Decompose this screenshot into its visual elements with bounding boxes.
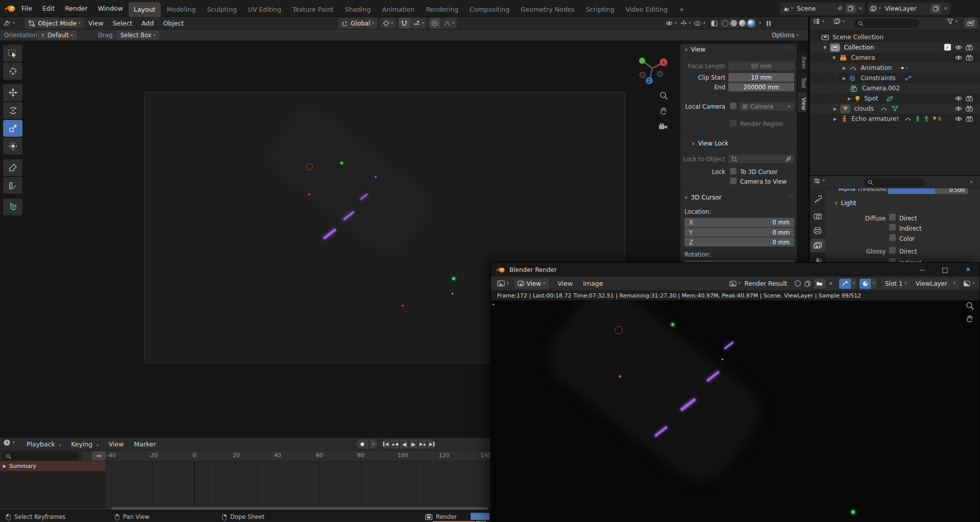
fake-user-shield-icon[interactable] xyxy=(795,280,801,287)
tab-layout[interactable]: Layout xyxy=(129,2,161,17)
shading-material-icon[interactable] xyxy=(739,20,746,27)
drag-mode-dropdown[interactable]: Select Box ▾ xyxy=(116,31,159,40)
mode-selector[interactable]: Object Mode ▾ xyxy=(24,18,85,29)
tool-move[interactable] xyxy=(3,84,22,101)
image-display-mode-dropdown[interactable]: View ▾ xyxy=(514,279,549,289)
outliner-row-clouds[interactable]: ▶ clouds xyxy=(810,104,980,114)
jump-to-end-button[interactable]: ▶ xyxy=(428,439,436,449)
tool-properties-tab[interactable] xyxy=(814,195,822,204)
next-keyframe-button[interactable]: ▶◆ xyxy=(419,439,427,449)
new-image-icon[interactable] xyxy=(804,281,811,287)
show-overlays-dropdown[interactable]: ▾ xyxy=(693,20,706,27)
menu-object[interactable]: Object xyxy=(158,19,188,27)
menu-timeline-view[interactable]: View xyxy=(104,440,129,448)
play-button[interactable]: ▶ xyxy=(409,439,418,449)
diffuse-direct-checkbox[interactable] xyxy=(889,214,896,220)
auto-keying-button[interactable]: ● xyxy=(356,439,369,449)
focal-length-field[interactable]: 50 mm xyxy=(728,62,794,70)
menu-keying[interactable]: Keying ▾ xyxy=(66,440,104,448)
menu-playback[interactable]: Playback ▾ xyxy=(21,440,66,448)
tab-video-editing[interactable]: Video Editing xyxy=(620,6,673,13)
keyframe-grid[interactable] xyxy=(106,461,491,508)
render-viewlayer-dropdown[interactable]: ViewLayer ▾ xyxy=(912,279,960,289)
camera-to-view-checkbox[interactable] xyxy=(730,178,737,184)
camera-restrict-icon[interactable] xyxy=(966,95,973,102)
tab-shading[interactable]: Shading xyxy=(340,6,376,13)
outliner-filter-button[interactable]: ▾ xyxy=(947,18,958,24)
expand-icon[interactable]: ▶ xyxy=(834,107,837,111)
chevron-down-icon[interactable]: ▾ xyxy=(879,7,881,10)
outliner-row-scene-collection[interactable]: Scene Collection xyxy=(810,32,980,42)
outliner-row-echo-armature[interactable]: ▶ Echo armature! 8: xyxy=(810,114,980,124)
sidebar-tab-tool[interactable]: Tool xyxy=(798,72,807,91)
menu-view[interactable]: View xyxy=(84,19,108,27)
tab-animation[interactable]: Animation xyxy=(377,6,420,13)
eye-icon[interactable] xyxy=(955,116,962,121)
sidebar-tab-view[interactable]: View xyxy=(798,92,807,112)
outliner-row-spot[interactable]: ▶ Spot xyxy=(810,93,980,104)
view-panel-header[interactable]: ∨ View xyxy=(684,46,705,53)
tool-cursor[interactable] xyxy=(3,63,22,80)
chevron-down-icon[interactable]: ▾ xyxy=(760,21,762,25)
menu-marker[interactable]: Marker xyxy=(129,440,161,448)
play-reverse-button[interactable]: ◀ xyxy=(400,439,408,449)
shading-wireframe-icon[interactable] xyxy=(722,20,728,27)
eye-icon[interactable] xyxy=(955,106,962,111)
shading-rendered-icon[interactable] xyxy=(748,20,754,27)
properties-options-icon[interactable]: ▾ xyxy=(970,180,972,184)
camera-restrict-icon[interactable] xyxy=(966,44,973,51)
lock-3d-cursor-checkbox[interactable] xyxy=(730,168,737,175)
render-region-checkbox[interactable] xyxy=(730,120,737,127)
clear-camera-icon[interactable]: ✕ xyxy=(787,104,791,109)
unlink-scene-icon[interactable]: ✕ xyxy=(859,6,863,11)
cursor-y-field[interactable]: Y0 mm xyxy=(684,228,794,237)
snap-settings-dropdown[interactable]: ▾ xyxy=(411,18,427,29)
snap-toggle-button[interactable] xyxy=(398,18,410,29)
proportional-falloff-dropdown[interactable]: ▾ xyxy=(441,18,457,29)
image-browse-button[interactable]: ▾ xyxy=(729,281,741,287)
viewport-pan-icon[interactable] xyxy=(659,107,668,116)
timeline-editor-type-button[interactable]: ▾ xyxy=(3,439,15,446)
outliner-row-animation[interactable]: ▶ Animation ◆ ◇ xyxy=(810,63,980,73)
open-image-folder-icon[interactable] xyxy=(814,279,825,289)
expand-icon[interactable]: ▶ xyxy=(848,96,851,101)
pin-icon[interactable] xyxy=(837,6,843,11)
tab-texture-paint[interactable]: Texture Paint xyxy=(287,6,339,13)
alpha-threshold-slider[interactable]: 0.500 xyxy=(888,188,968,194)
new-scene-icon[interactable] xyxy=(846,4,856,13)
minimize-button[interactable]: — xyxy=(911,263,934,277)
tool-select-box[interactable] xyxy=(3,45,22,62)
timeline-ruler[interactable]: ↔ -40 -20 0 20 40 60 80 100 120 140 xyxy=(82,451,491,461)
tab-compositing[interactable]: Compositing xyxy=(464,6,514,13)
blender-logo-icon[interactable] xyxy=(5,4,16,12)
sidebar-tab-item[interactable]: Item xyxy=(798,51,807,71)
menu-window[interactable]: Window xyxy=(93,5,128,12)
tab-modeling[interactable]: Modeling xyxy=(162,6,201,13)
menu-image-view[interactable]: View xyxy=(553,280,578,287)
new-viewlayer-icon[interactable] xyxy=(930,4,941,13)
expand-icon[interactable]: ▶ xyxy=(3,464,6,468)
scene-icon[interactable] xyxy=(782,5,789,12)
expand-icon[interactable]: ▼ xyxy=(823,45,826,50)
xray-toggle[interactable] xyxy=(710,20,719,27)
shading-solid-icon[interactable] xyxy=(730,20,737,27)
tool-annotate[interactable] xyxy=(3,159,22,176)
expand-icon[interactable]: ▼ xyxy=(832,56,836,60)
new-collection-button[interactable] xyxy=(964,18,977,28)
tool-scale[interactable] xyxy=(3,120,22,137)
panel-drag-dots-icon[interactable]: ∷∷ xyxy=(788,194,793,199)
add-workspace-button[interactable]: + xyxy=(674,6,689,13)
menu-select[interactable]: Select xyxy=(108,19,137,27)
image-pan-icon[interactable] xyxy=(966,315,974,324)
outliner-display-mode-button[interactable]: ▾ xyxy=(834,18,845,24)
tab-uv-editing[interactable]: UV Editing xyxy=(243,6,286,13)
expand-icon[interactable]: ▶ xyxy=(843,76,846,81)
image-name[interactable]: Render Result xyxy=(745,280,790,287)
show-gizmo-dropdown[interactable]: ▾ xyxy=(679,20,692,27)
output-properties-tab[interactable] xyxy=(814,227,822,234)
slot-dropdown[interactable]: Slot 1 ▾ xyxy=(881,279,911,289)
local-camera-field[interactable]: Camera ✕ xyxy=(739,102,794,111)
tool-transform[interactable] xyxy=(3,138,22,155)
render-image-area[interactable]: ▸ xyxy=(491,301,979,522)
cursor-z-field[interactable]: Z0 mm xyxy=(684,237,794,246)
